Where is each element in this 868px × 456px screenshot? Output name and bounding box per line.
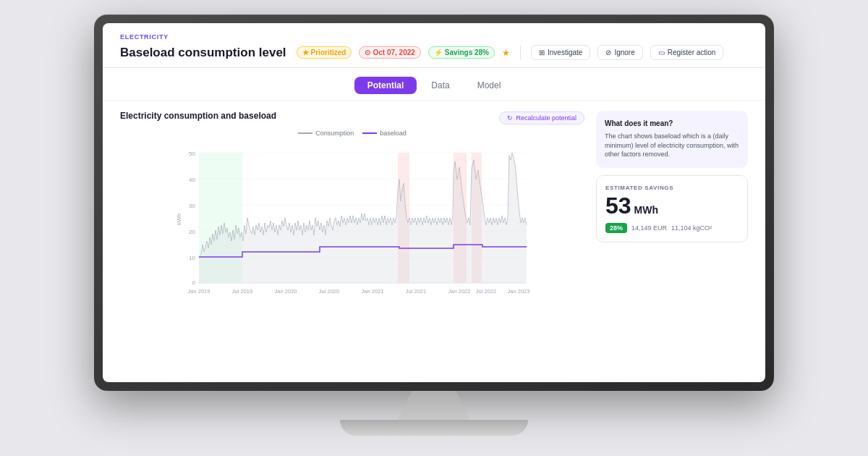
svg-text:10: 10	[189, 255, 195, 261]
ignore-button[interactable]: ⊘ Ignore	[597, 45, 642, 60]
consumption-line-icon	[298, 132, 312, 134]
legend-consumption: Consumption	[298, 130, 354, 137]
register-action-button[interactable]: ▭ Register action	[650, 45, 724, 60]
chart-title-row: Electricity consumption and baseload ↻ R…	[120, 111, 584, 125]
savings-value-row: 53 MWh	[605, 194, 739, 217]
svg-text:Jul 2022: Jul 2022	[476, 288, 496, 295]
svg-text:40: 40	[189, 177, 195, 183]
svg-text:0: 0	[192, 279, 196, 286]
screen-header: ELECTRICITY Baseload consumption level ★…	[103, 23, 765, 68]
savings-number: 53	[605, 194, 631, 217]
savings-details: 28% 14,149 EUR 11,104 kgCO²	[605, 223, 739, 233]
alert-icon: ⊙	[365, 48, 370, 56]
svg-text:20: 20	[189, 229, 195, 235]
monitor-bezel: ELECTRICITY Baseload consumption level ★…	[94, 14, 774, 391]
chart-section: Electricity consumption and baseload ↻ R…	[120, 111, 584, 372]
investigate-icon: ⊞	[539, 48, 545, 56]
svg-text:30: 30	[189, 203, 195, 209]
tab-potential[interactable]: Potential	[354, 77, 417, 94]
header-row: Baseload consumption level ★ Prioritized…	[120, 45, 748, 60]
savings-badge: ⚡ Savings 28%	[428, 46, 495, 59]
date-badge: ⊙ Oct 07, 2022	[359, 46, 420, 59]
savings-co2: 11,104 kgCO²	[671, 224, 712, 232]
page-title: Baseload consumption level	[120, 46, 286, 60]
info-card: What does it mean? The chart shows basel…	[596, 111, 748, 168]
savings-percentage-badge: 28%	[605, 223, 627, 233]
baseload-line-icon	[362, 132, 377, 134]
savings-label: ESTIMATED SAVINGS	[605, 185, 739, 191]
savings-eur: 14,149 EUR	[631, 224, 667, 232]
lightning-icon: ⚡	[434, 48, 443, 56]
investigate-button[interactable]: ⊞ Investigate	[531, 45, 590, 60]
favorite-icon[interactable]: ★	[502, 48, 510, 58]
star-icon: ★	[302, 48, 309, 56]
info-card-text: The chart shows baseload which is a (dai…	[605, 132, 739, 159]
svg-text:50: 50	[189, 151, 195, 157]
chart-svg: kWh 50 40 30 20 10 0	[120, 140, 584, 299]
chart-container: kWh 50 40 30 20 10 0	[120, 140, 584, 302]
breadcrumb: ELECTRICITY	[120, 33, 748, 41]
savings-card: ESTIMATED SAVINGS 53 MWh 28% 14,149 EUR …	[596, 175, 748, 242]
tab-data[interactable]: Data	[418, 77, 462, 94]
tabs-row: Potential Data Model	[103, 68, 765, 101]
svg-text:Jul 2019: Jul 2019	[232, 288, 252, 295]
svg-text:Jan 2023: Jan 2023	[508, 288, 530, 295]
ignore-icon: ⊘	[605, 48, 611, 56]
right-panel: What does it mean? The chart shows basel…	[596, 111, 748, 372]
svg-text:Jan 2019: Jan 2019	[188, 288, 210, 295]
chart-title: Electricity consumption and baseload	[120, 111, 276, 121]
svg-text:Jul 2021: Jul 2021	[406, 288, 426, 295]
chart-legend: Consumption baseload	[120, 130, 584, 137]
divider	[520, 46, 521, 60]
legend-baseload: baseload	[362, 130, 407, 137]
register-icon: ▭	[658, 48, 665, 56]
monitor-wrapper: ELECTRICITY Baseload consumption level ★…	[87, 14, 781, 442]
savings-unit: MWh	[634, 204, 658, 216]
svg-text:Jan 2022: Jan 2022	[448, 288, 471, 295]
svg-text:Jan 2020: Jan 2020	[275, 288, 297, 295]
monitor-stand-base	[340, 420, 528, 436]
svg-text:Jul 2020: Jul 2020	[319, 288, 339, 295]
refresh-icon: ↻	[507, 114, 513, 122]
monitor-stand-neck	[398, 391, 470, 420]
monitor-screen: ELECTRICITY Baseload consumption level ★…	[103, 23, 765, 382]
tab-model[interactable]: Model	[464, 77, 514, 94]
prioritized-badge: ★ Prioritized	[297, 46, 352, 59]
svg-text:Jan 2021: Jan 2021	[362, 288, 384, 295]
info-card-title: What does it mean?	[605, 119, 739, 127]
svg-text:kWh: kWh	[176, 214, 182, 225]
main-content: Electricity consumption and baseload ↻ R…	[103, 101, 765, 382]
recalculate-button[interactable]: ↻ Recalculate potential	[499, 111, 584, 124]
